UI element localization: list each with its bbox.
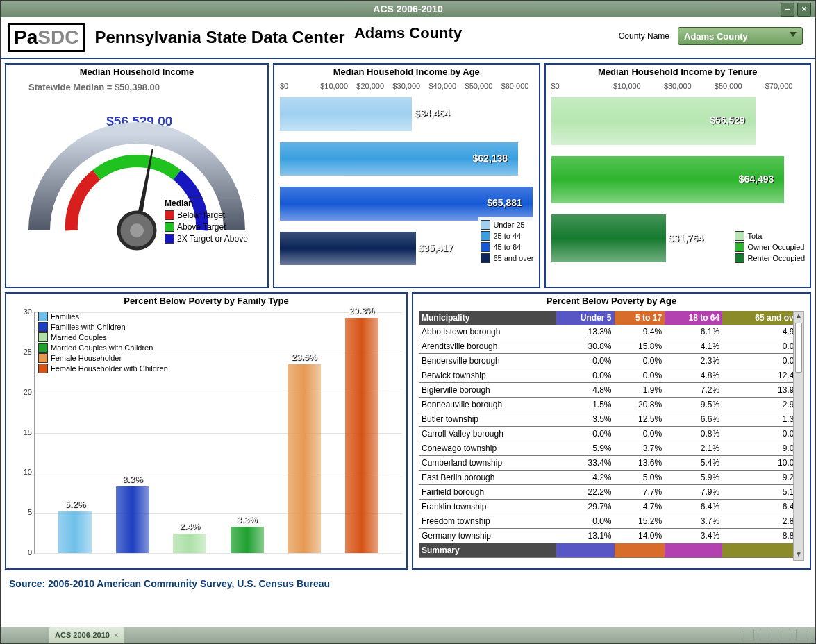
tenure-legend: TotalOwner OccupiedRenter Occupied bbox=[733, 228, 807, 266]
legend-item: 45 to 64 bbox=[481, 242, 533, 252]
bar: $64,493 bbox=[551, 152, 805, 208]
bar: $34,464 bbox=[280, 93, 533, 135]
tenure-xaxis: $0$10,000$30,000$50,000$70,000 bbox=[551, 82, 805, 90]
scroll-up-icon[interactable]: ▲ bbox=[794, 312, 803, 321]
footer-tabs: ACS 2006-2010 × bbox=[1, 627, 815, 643]
svg-point-2 bbox=[130, 223, 144, 237]
legend-item: Total bbox=[735, 231, 805, 241]
bar: 5.2% bbox=[58, 511, 92, 553]
scrollbar[interactable]: ▲ ▼ bbox=[793, 311, 804, 561]
gauge-note: Statewide Median = $50,398.00 bbox=[28, 82, 160, 92]
table-row[interactable]: Abbottstown borough13.3%9.4%6.1%4.9% bbox=[419, 325, 804, 339]
bar: $62,138 bbox=[280, 138, 533, 180]
legend-item: Families bbox=[38, 312, 168, 321]
app-window: ACS 2006-2010 – × PaSDC Pennsylvania Sta… bbox=[0, 0, 816, 644]
table-row[interactable]: East Berlin borough4.2%5.0%5.9%9.2% bbox=[419, 471, 804, 485]
gauge-legend: Median Below TargetAbove Target2X Target… bbox=[165, 198, 255, 246]
family-legend: FamiliesFamilies with ChildrenMarried Co… bbox=[38, 311, 168, 374]
tenure-chart-panel: Median Household Income by Tenure $0$10,… bbox=[544, 63, 812, 288]
legend-item: Female Householder with Children bbox=[38, 364, 168, 373]
bar: $56,529 bbox=[551, 93, 805, 149]
scroll-down-icon[interactable]: ▼ bbox=[794, 550, 803, 560]
table-row[interactable]: Cumberland township33.4%13.6%5.4%10.0% bbox=[419, 456, 804, 471]
scroll-thumb[interactable] bbox=[795, 323, 802, 373]
family-chart-panel: Percent Below Poverty by Family Type 051… bbox=[5, 292, 408, 570]
summary-row[interactable]: Summary bbox=[419, 543, 804, 558]
legend-item: Renter Occupied bbox=[735, 253, 805, 263]
legend-item: Married Couples bbox=[38, 332, 168, 342]
bar: 8.3% bbox=[116, 486, 149, 553]
table-row[interactable]: Conewago township5.9%3.7%2.1%9.0% bbox=[419, 441, 804, 456]
title-bar: ACS 2006-2010 – × bbox=[1, 1, 815, 17]
age-chart-panel: Median Household Income by Age $0$10,000… bbox=[273, 63, 540, 288]
table-row[interactable]: Bonneauville borough1.5%20.8%9.5%2.9% bbox=[419, 398, 804, 412]
legend-item: 2X Target or Above bbox=[165, 234, 255, 244]
poverty-table-title: Percent Below Poverty by Age bbox=[413, 294, 810, 308]
close-button[interactable]: × bbox=[797, 3, 811, 17]
poverty-table: MunicipalityUnder 55 to 1718 to 6465 and… bbox=[419, 311, 804, 558]
legend-item: Owner Occupied bbox=[735, 242, 805, 252]
table-header[interactable]: Municipality bbox=[419, 311, 556, 325]
county-select[interactable]: Adams County bbox=[678, 27, 803, 45]
footer-tab[interactable]: ACS 2006-2010 × bbox=[49, 627, 124, 643]
close-tab-icon[interactable]: × bbox=[114, 629, 118, 641]
chevron-down-icon bbox=[790, 32, 797, 37]
layers-icon[interactable] bbox=[778, 629, 790, 641]
legend-item: Married Couples with Children bbox=[38, 343, 168, 353]
table-row[interactable]: Butler township3.5%12.5%6.6%1.3% bbox=[419, 412, 804, 427]
footer-icons bbox=[742, 629, 808, 641]
table-row[interactable]: Freedom township0.0%15.2%3.7%2.8% bbox=[419, 514, 804, 529]
org-name: Pennsylvania State Data Center bbox=[94, 28, 344, 47]
tenure-chart-title: Median Household Income by Tenure bbox=[546, 65, 810, 79]
grid-icon[interactable] bbox=[742, 629, 754, 641]
legend-item: Below Target bbox=[165, 210, 255, 220]
top-panels: Median Household Income Statewide Median… bbox=[1, 59, 815, 292]
legend-item: 65 and over bbox=[481, 253, 533, 263]
table-row[interactable]: Franklin township29.7%4.7%6.4%6.4% bbox=[419, 500, 804, 514]
table-header[interactable]: 5 to 17 bbox=[615, 311, 665, 325]
table-row[interactable]: Berwick township0.0%0.0%4.8%12.4% bbox=[419, 368, 804, 383]
window-title: ACS 2006-2010 bbox=[373, 3, 442, 15]
bar: 29.3% bbox=[345, 318, 378, 553]
county-name-label: County Name bbox=[619, 31, 669, 41]
legend-item: Female Householder bbox=[38, 353, 168, 363]
age-legend: Under 2525 to 4445 to 6465 and over bbox=[478, 217, 535, 266]
table-row[interactable]: Fairfield borough22.2%7.7%7.9%5.1% bbox=[419, 485, 804, 500]
table-row[interactable]: Bendersville borough0.0%0.0%2.3%0.0% bbox=[419, 354, 804, 368]
legend-item: Families with Children bbox=[38, 322, 168, 332]
gauge-panel: Median Household Income Statewide Median… bbox=[5, 63, 269, 288]
legend-item: 25 to 44 bbox=[481, 231, 533, 241]
refresh-icon[interactable] bbox=[796, 629, 808, 641]
table-header[interactable]: 18 to 64 bbox=[665, 311, 722, 325]
poverty-table-panel: Percent Below Poverty by Age Municipalit… bbox=[412, 292, 811, 570]
age-xaxis: $0$10,000$20,000$30,000$40,000$50,000$60… bbox=[280, 82, 533, 90]
logo: PaSDC bbox=[8, 23, 85, 52]
header: PaSDC Pennsylvania State Data Center Ada… bbox=[1, 17, 815, 59]
table-row[interactable]: Biglerville borough4.8%1.9%7.2%13.9% bbox=[419, 383, 804, 398]
source-line: Source: 2006-2010 American Community Sur… bbox=[1, 574, 815, 593]
bar: 3.3% bbox=[231, 527, 264, 553]
search-icon[interactable] bbox=[760, 629, 772, 641]
page-title: Adams County bbox=[354, 24, 462, 42]
bar: 23.5% bbox=[288, 364, 321, 553]
table-row[interactable]: Arendtsville borough30.8%15.8%4.1%0.0% bbox=[419, 339, 804, 354]
bottom-panels: Percent Below Poverty by Family Type 051… bbox=[1, 292, 815, 574]
age-chart-title: Median Household Income by Age bbox=[274, 65, 539, 79]
legend-item: Above Target bbox=[165, 222, 255, 232]
table-row[interactable]: Carroll Valley borough0.0%0.0%0.8%0.0% bbox=[419, 427, 804, 441]
table-header[interactable]: Under 5 bbox=[556, 311, 614, 325]
table-row[interactable]: Germany township13.1%14.0%3.4%8.8% bbox=[419, 529, 804, 543]
minimize-button[interactable]: – bbox=[781, 3, 794, 17]
bar: 2.4% bbox=[173, 534, 206, 553]
table-header[interactable]: 65 and over bbox=[722, 311, 804, 325]
gauge-title: Median Household Income bbox=[6, 65, 267, 79]
legend-item: Under 25 bbox=[481, 220, 533, 230]
